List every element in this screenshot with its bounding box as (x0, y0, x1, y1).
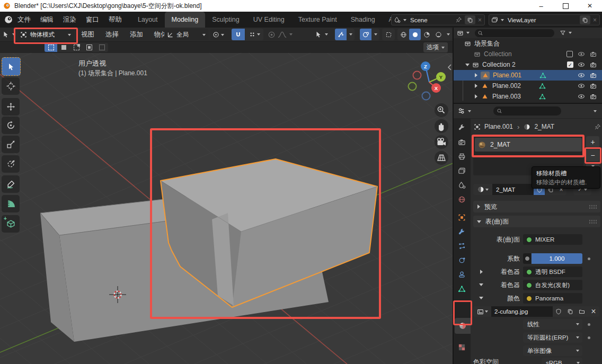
browse-image-button[interactable] (473, 306, 491, 317)
shading-material-button[interactable] (421, 29, 432, 40)
camera-icon[interactable] (590, 61, 597, 68)
shader1-dropdown[interactable]: 透明 BSDF (523, 267, 582, 277)
window-minimize-button[interactable]: – (529, 0, 553, 12)
tool-transform[interactable] (2, 155, 20, 173)
show-overlays-toggle[interactable] (335, 29, 347, 40)
transform-orientation-dropdown[interactable]: 全局 (164, 29, 208, 40)
eye-icon[interactable] (578, 82, 585, 90)
material-name-field[interactable]: 2_MAT (492, 184, 534, 195)
scene-selector[interactable]: Scene × (391, 14, 485, 25)
menu-select[interactable]: 选择 (101, 28, 123, 41)
add-material-slot-button[interactable]: + (586, 136, 599, 148)
panel-preview-header[interactable]: 预览 (473, 201, 600, 212)
exclude-checkbox-unchecked[interactable] (566, 51, 573, 57)
menu-window[interactable]: 窗口 (81, 12, 104, 28)
outliner-filter-dropdown[interactable] (560, 30, 572, 36)
expander-icon[interactable] (479, 297, 483, 299)
shading-rendered-button[interactable] (432, 29, 444, 40)
select-mode-invert-button[interactable] (83, 43, 95, 52)
image-source-dropdown[interactable]: 单张图像 (523, 345, 582, 356)
menu-file[interactable]: 文件 (13, 12, 36, 28)
factor-slider[interactable]: 1.000 (532, 253, 582, 264)
blender-app-icon[interactable] (4, 15, 13, 24)
mode-dropdown[interactable]: 物体模式 (17, 29, 74, 40)
tool-scale[interactable] (2, 136, 20, 153)
tool-measure[interactable] (2, 195, 20, 212)
tab-material-active[interactable] (455, 318, 471, 334)
tool-cursor[interactable] (2, 77, 20, 95)
scene-unlink-button[interactable]: × (478, 16, 482, 24)
window-maximize-button[interactable] (553, 0, 578, 12)
material-slot-row[interactable]: 2_MAT (475, 138, 582, 152)
shader2-dropdown[interactable]: 自发光(发射) (523, 280, 582, 290)
select-mode-intersect-button[interactable] (95, 43, 108, 52)
tab-render[interactable] (458, 138, 466, 146)
tab-shading[interactable]: Shading (344, 12, 382, 28)
camera-icon[interactable] (590, 51, 597, 58)
tool-add-cube[interactable]: + (2, 215, 20, 233)
properties-editor-type-dropdown[interactable] (457, 107, 471, 115)
outliner-row-collection-2[interactable]: Collection 2 ✓ (454, 59, 602, 70)
breadcrumb-object[interactable]: Plane.001 (484, 123, 513, 130)
viewport-3d[interactable]: Z Y X 用户透视 (0, 53, 453, 364)
image-fake-user-button[interactable] (553, 306, 564, 317)
camera-view-button[interactable] (435, 135, 448, 149)
eye-icon[interactable] (578, 93, 585, 100)
pan-button[interactable] (435, 119, 448, 133)
tool-select-box[interactable] (2, 57, 21, 76)
ortho-grid-button[interactable] (435, 151, 448, 165)
tab-scene[interactable] (458, 181, 466, 189)
outliner-row-plane-003[interactable]: Plane.003 (454, 91, 602, 102)
eye-icon[interactable] (578, 50, 585, 58)
zoom-button[interactable] (435, 103, 448, 117)
colorspace-dropdown[interactable]: sRGB (542, 358, 582, 364)
viewlayer-selector[interactable]: ViewLayer × (489, 14, 600, 25)
navigation-gizmo[interactable]: Z Y X (409, 61, 446, 100)
decorator-dot[interactable] (588, 323, 590, 326)
shading-dropdown[interactable] (444, 29, 452, 40)
tab-sculpting[interactable]: Sculpting (205, 12, 246, 28)
tab-modeling[interactable]: Modeling (165, 12, 206, 28)
editor-type-button[interactable] (0, 29, 15, 40)
projection-dropdown[interactable]: 等距圆柱(ERP) (523, 332, 582, 343)
menu-edit[interactable]: 编辑 (36, 12, 58, 28)
tool-rotate[interactable] (2, 117, 20, 134)
decorator-dot[interactable] (588, 336, 590, 339)
viewlayer-copy-button[interactable] (580, 15, 590, 24)
options-dropdown[interactable]: 选项 (423, 42, 448, 52)
eye-icon[interactable] (578, 72, 585, 79)
outliner-display-mode-dropdown[interactable] (457, 30, 470, 37)
tab-view-layer[interactable] (458, 167, 466, 175)
eye-icon[interactable] (578, 61, 585, 68)
camera-icon[interactable] (590, 72, 597, 79)
color-source-dropdown[interactable]: Panorama (523, 293, 582, 304)
tool-move[interactable] (2, 98, 20, 116)
select-mode-set-button[interactable] (45, 43, 57, 52)
tab-texture-paint[interactable]: Texture Paint (291, 12, 344, 28)
expander-icon[interactable] (465, 64, 470, 66)
tool-annotate[interactable] (2, 175, 20, 193)
expander-icon[interactable] (475, 94, 477, 99)
tab-texture[interactable] (458, 343, 466, 351)
shading-wireframe-button[interactable] (397, 29, 409, 40)
panel-grip[interactable] (589, 219, 597, 224)
menu-render[interactable]: 渲染 (58, 12, 81, 28)
outliner-row-collection[interactable]: Collection (454, 49, 602, 59)
surface-value-dropdown[interactable]: MIXER (523, 234, 582, 245)
breadcrumb-material[interactable]: 2_MAT (534, 123, 554, 130)
snap-toggle-button[interactable] (232, 29, 245, 40)
socket-button[interactable] (523, 253, 531, 264)
pin-icon[interactable] (594, 123, 601, 130)
remove-material-slot-button[interactable]: − (586, 149, 599, 161)
tab-uv-editing[interactable]: UV Editing (246, 12, 291, 28)
panel-grip[interactable] (589, 205, 597, 209)
outliner-search-input[interactable] (475, 29, 554, 37)
tab-world[interactable] (458, 196, 466, 203)
tab-output[interactable] (458, 153, 466, 161)
menu-add[interactable]: 添加 (125, 28, 148, 41)
interpolation-dropdown[interactable]: 线性 (523, 319, 582, 330)
tab-tool[interactable] (458, 123, 466, 131)
pin-icon[interactable] (455, 16, 462, 23)
outliner-row-plane-001[interactable]: Plane.001 (454, 70, 602, 81)
image-name-field[interactable]: 2-cufang.jpg (491, 306, 553, 317)
